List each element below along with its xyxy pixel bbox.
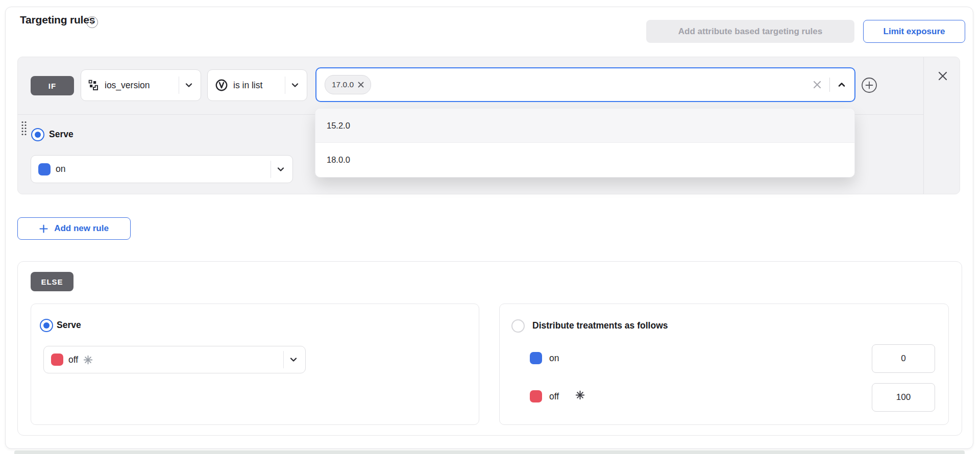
clear-icon xyxy=(812,80,822,90)
select-divider xyxy=(285,77,285,94)
distribute-radio[interactable] xyxy=(511,319,525,333)
serve-radio[interactable] xyxy=(31,128,44,141)
serve-label: Serve xyxy=(49,129,74,140)
default-treatment-select[interactable]: off xyxy=(43,346,306,373)
distribute-treatments-card: Distribute treatments as follows on off xyxy=(499,304,949,425)
chevron-down-icon xyxy=(289,355,298,364)
targeting-rules-panel: Targeting rules Add attribute based targ… xyxy=(5,7,973,449)
page-title: Targeting rules xyxy=(20,14,95,26)
input-divider xyxy=(829,78,830,92)
value-chip-label: 17.0.0 xyxy=(332,80,354,89)
add-new-rule-label: Add new rule xyxy=(54,223,109,234)
values-multiselect-input[interactable]: 17.0.0 xyxy=(315,67,855,102)
drag-handle[interactable] xyxy=(20,120,28,137)
rule-right-divider xyxy=(923,57,924,194)
distribute-on-label: on xyxy=(549,353,559,364)
default-serve-card: Serve off xyxy=(31,304,479,425)
matcher-select[interactable]: is in list xyxy=(207,69,307,101)
chevron-up-icon xyxy=(837,80,846,89)
plus-circle-icon xyxy=(861,77,877,93)
clear-values-button[interactable] xyxy=(812,80,822,90)
distribute-off-label: off xyxy=(549,391,559,402)
add-condition-button[interactable] xyxy=(861,77,877,93)
add-attribute-rules-button[interactable]: Add attribute based targeting rules xyxy=(646,20,854,43)
default-treatment-value: off xyxy=(68,355,78,365)
serve-treatment-select[interactable]: on xyxy=(31,155,293,183)
treatment-on-swatch xyxy=(38,163,51,175)
dropdown-option[interactable]: 15.2.0 xyxy=(315,109,854,143)
version-matcher-icon xyxy=(215,79,228,92)
treatment-on-swatch xyxy=(530,352,542,364)
chevron-down-icon xyxy=(276,165,285,174)
add-new-rule-button[interactable]: Add new rule xyxy=(17,217,131,240)
collapse-dropdown-button[interactable] xyxy=(837,80,846,89)
distribute-label: Distribute treatments as follows xyxy=(532,320,668,331)
percent-input-off[interactable] xyxy=(872,383,935,412)
attribute-select[interactable]: ios_version xyxy=(81,69,201,101)
select-divider xyxy=(179,77,179,94)
else-badge: ELSE xyxy=(31,272,74,291)
close-icon xyxy=(937,70,949,82)
plus-icon xyxy=(39,224,48,233)
drag-dots-icon xyxy=(20,120,28,137)
help-icon[interactable] xyxy=(86,16,98,28)
limit-exposure-button[interactable]: Limit exposure xyxy=(863,20,965,43)
treatment-off-swatch xyxy=(530,390,542,402)
values-dropdown: 15.2.0 18.0.0 xyxy=(315,108,855,178)
chevron-down-icon xyxy=(290,81,300,90)
select-divider xyxy=(271,161,271,178)
remove-rule-button[interactable] xyxy=(936,69,949,83)
attribute-select-value: ios_version xyxy=(105,80,150,91)
default-rule-card: ELSE Serve off xyxy=(17,261,962,436)
attribute-icon xyxy=(88,80,100,91)
dropdown-option[interactable]: 18.0.0 xyxy=(315,143,854,177)
targeting-rules-screen: Targeting rules Add attribute based targ… xyxy=(0,0,980,454)
default-serve-radio[interactable] xyxy=(40,319,53,332)
value-chip: 17.0.0 xyxy=(325,75,371,94)
default-treatment-asterisk-icon xyxy=(83,355,93,365)
serve-treatment-value: on xyxy=(56,164,65,174)
treatment-off-swatch xyxy=(51,354,63,366)
chip-remove-icon[interactable] xyxy=(358,82,364,88)
next-section-edge xyxy=(14,450,965,454)
matcher-select-value: is in list xyxy=(233,80,262,91)
default-treatment-asterisk-icon xyxy=(575,390,585,400)
default-serve-label: Serve xyxy=(57,320,81,331)
if-badge: IF xyxy=(31,76,74,95)
chevron-down-icon xyxy=(184,81,193,90)
percent-input-on[interactable] xyxy=(872,344,935,373)
select-divider xyxy=(283,351,284,368)
